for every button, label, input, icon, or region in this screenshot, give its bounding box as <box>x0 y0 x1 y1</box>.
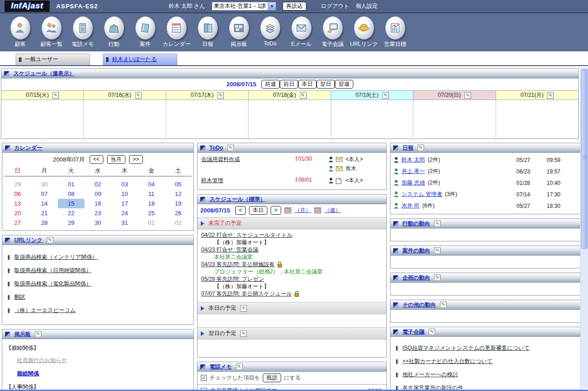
toolbar-button[interactable]: URLリンク <box>350 17 378 49</box>
calendar-date-cell[interactable]: 24 <box>111 208 138 218</box>
toolbar-button[interactable]: Eメール <box>288 17 315 49</box>
logout-link[interactable]: ログアウト <box>321 2 349 10</box>
calendar-next-button[interactable]: >> <box>129 155 143 164</box>
edit-icon[interactable]: ✎ <box>429 329 435 335</box>
url-link[interactable]: （株）エーエスピーコム <box>14 307 76 314</box>
toolbar-button[interactable]: 顧客一覧 <box>38 17 65 49</box>
e-meeting-link[interactable]: ISO品質マネジメントシステムの更新審査について <box>402 344 530 352</box>
week-day-cell[interactable] <box>1 100 84 139</box>
edit-icon[interactable]: ✎ <box>240 305 247 312</box>
edit-icon[interactable]: ✎ <box>434 274 441 281</box>
edit-icon[interactable]: ✎ <box>135 92 141 99</box>
schedule-item-link[interactable]: 04/23 打合せ: 営業会議 <box>201 246 258 253</box>
calendar-date-cell[interactable]: 03 <box>111 179 138 189</box>
url-links-title-link[interactable]: URLリンク <box>14 236 43 244</box>
calendar-date-cell[interactable]: 21 <box>31 208 57 218</box>
report-author-link[interactable]: 加藤 忠雄 <box>401 179 425 187</box>
bulletin-item-link[interactable]: 親睦関係 <box>17 370 39 377</box>
url-link[interactable]: 取扱商品検索（インテリア関係） <box>14 253 97 261</box>
calendar-date-cell[interactable]: 26 <box>165 208 192 218</box>
portal-tab[interactable]: 鈴木まいぽーたる <box>103 54 177 65</box>
edit-icon[interactable]: ✎ <box>440 302 447 308</box>
e-meeting-link[interactable]: 他社メーカーへの検討 <box>402 371 458 379</box>
week-day-cell[interactable] <box>249 100 331 139</box>
week-nav-button[interactable]: 前日 <box>280 80 298 89</box>
schedule-today-button[interactable]: 本日 <box>249 206 267 215</box>
calendar-date-cell[interactable]: 29 <box>58 218 85 228</box>
phone-memo-title-link[interactable]: 電話メモ <box>209 363 232 371</box>
calendar-date-cell[interactable]: 04 <box>138 179 164 189</box>
bulletin-item[interactable]: 社員旅行のお知らせ <box>17 357 190 364</box>
todo-title-link[interactable]: ToDo <box>209 145 223 151</box>
edit-icon[interactable]: ✎ <box>547 92 554 99</box>
edit-icon[interactable]: ✎ <box>434 247 441 254</box>
calendar-date-cell[interactable]: 31 <box>111 218 138 228</box>
calendar-date-cell[interactable]: 20 <box>4 208 31 218</box>
calendar-date-cell[interactable]: 16 <box>85 199 111 208</box>
calendar-date-cell[interactable]: 29 <box>4 179 31 189</box>
month-view-link[interactable]: （月） <box>294 207 311 214</box>
week-view-link[interactable]: （週） <box>324 207 341 214</box>
calendar-date-cell[interactable]: 14 <box>31 199 57 208</box>
week-nav-button[interactable]: 翌日 <box>317 80 335 89</box>
calendar-date-cell[interactable]: 30 <box>31 179 57 189</box>
calendar-date-cell[interactable]: 06 <box>4 189 31 199</box>
toolbar-button[interactable]: 電子会議 <box>319 17 346 49</box>
calendar-date-cell[interactable]: 28 <box>31 218 57 228</box>
calendar-date-cell[interactable]: 02 <box>165 218 192 228</box>
toolbar-button[interactable]: ToDo <box>256 17 284 49</box>
week-nav-button[interactable]: 前週 <box>261 80 280 89</box>
chevron-down-icon[interactable]: ▼ <box>268 2 276 10</box>
week-nav-button[interactable]: 翌週 <box>335 80 353 89</box>
url-link[interactable]: 翻訳 <box>14 293 25 301</box>
url-link-item[interactable]: 取扱商品検索（日用雑貨関係） <box>8 267 188 274</box>
calendar-date-cell[interactable]: 30 <box>85 218 111 228</box>
todo-item-link[interactable]: 鈴木管理 <box>201 177 223 184</box>
schedule-next-button[interactable]: > <box>271 206 281 215</box>
calendar-date-cell[interactable]: 19 <box>165 199 192 208</box>
scrollbar-thumb[interactable] <box>581 69 588 249</box>
e-meeting-item[interactable]: ××社製カーナビの仕入台数について <box>396 357 576 365</box>
edit-icon[interactable]: ✎ <box>418 145 424 151</box>
calendar-date-cell[interactable]: 05 <box>165 179 192 189</box>
calendar-date-cell[interactable]: 22 <box>58 208 85 218</box>
url-link-item[interactable]: 取扱商品検索（電化製品関係） <box>8 280 188 288</box>
select-all-checkbox[interactable]: ✓ <box>201 375 207 381</box>
week-nav-button[interactable]: 本日 <box>298 80 317 89</box>
department-select[interactable]: 東京本社-営業1－1課 ▼ <box>212 2 276 11</box>
calendar-prev-button[interactable]: << <box>90 155 103 164</box>
url-link-item[interactable]: 取扱商品検索（インテリア関係） <box>8 253 188 261</box>
calendar-date-cell[interactable]: 01 <box>138 218 164 228</box>
toolbar-button[interactable]: カレンダー <box>163 17 190 49</box>
week-schedule-title-link[interactable]: スケジュール（週表示） <box>13 70 74 78</box>
e-meeting-title-link[interactable]: 電子会議 <box>402 328 424 336</box>
url-link[interactable]: 取扱商品検索（電化製品関係） <box>14 280 91 288</box>
toolbar-button[interactable]: 掲示板 <box>225 17 253 49</box>
schedule-standard-title-link[interactable]: スケジュール（標準） <box>209 196 265 203</box>
report-author-link[interactable]: 井上 孝一 <box>401 168 425 175</box>
edit-icon[interactable]: ✎ <box>240 330 247 337</box>
edit-icon[interactable]: ✎ <box>47 237 53 243</box>
toolbar-button[interactable]: 電話メモ <box>69 17 96 49</box>
vertical-scrollbar[interactable] <box>580 68 588 388</box>
trend-panel-title-link[interactable]: 案件の動向 <box>402 247 430 255</box>
calendar-date-cell[interactable]: 18 <box>138 199 164 208</box>
edit-icon[interactable]: ✎ <box>382 92 389 99</box>
trend-panel-title-link[interactable]: 行動の動向 <box>402 220 430 228</box>
calendar-date-cell[interactable]: 13 <box>4 199 31 208</box>
week-day-cell[interactable] <box>413 100 496 139</box>
calendar-date-cell[interactable]: 08 <box>58 189 85 199</box>
edit-icon[interactable]: ✎ <box>217 92 224 99</box>
reload-button[interactable]: 再読込 <box>283 2 306 11</box>
calendar-title-link[interactable]: カレンダー <box>14 144 42 152</box>
calendar-date-cell[interactable]: 10 <box>111 189 138 199</box>
edit-icon[interactable]: ✎ <box>52 92 59 99</box>
url-link[interactable]: 取扱商品検索（日用雑貨関係） <box>14 267 91 274</box>
edit-icon[interactable]: ✎ <box>236 363 243 370</box>
e-meeting-item[interactable]: 他社メーカーへの検討 <box>396 371 576 379</box>
todo-item-link[interactable]: 会議用資料作成 <box>201 156 240 162</box>
week-day-cell[interactable] <box>166 100 249 139</box>
trend-panel-title-link[interactable]: 企画の動向 <box>402 274 430 282</box>
calendar-date-cell[interactable]: 12 <box>165 189 192 199</box>
toolbar-button[interactable]: 営業目標 <box>381 17 409 49</box>
